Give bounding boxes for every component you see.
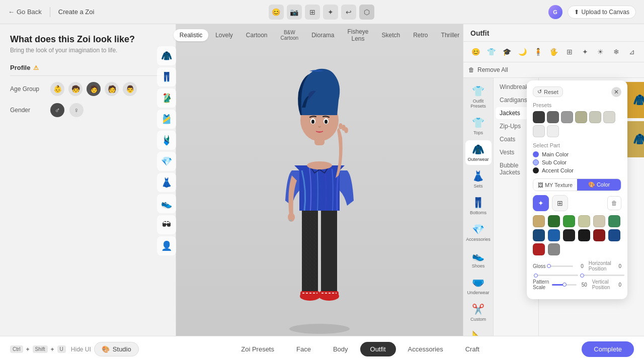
complete-button[interactable]: Complete bbox=[582, 341, 634, 357]
gender-male[interactable]: ♂ bbox=[50, 103, 64, 117]
swatch-12[interactable] bbox=[608, 229, 620, 241]
part-accent[interactable]: Accent Color bbox=[533, 167, 621, 173]
swatch-9[interactable] bbox=[563, 229, 575, 241]
preset-6[interactable] bbox=[603, 111, 615, 123]
tex-magic-btn[interactable]: ✦ bbox=[533, 195, 549, 211]
cat-tops[interactable]: 👕 Tops bbox=[465, 114, 492, 138]
gloss-thumb[interactable] bbox=[547, 264, 551, 268]
mini-item-3[interactable]: 🥻 bbox=[157, 88, 176, 108]
cat-underwear[interactable]: 🩲 Underwear bbox=[465, 274, 492, 298]
age-mid[interactable]: 🧑 bbox=[105, 82, 119, 96]
swatch-1[interactable] bbox=[533, 215, 545, 227]
tool-star-btn[interactable]: ✦ bbox=[323, 5, 338, 20]
cat-accessories[interactable]: 💎 Accessories bbox=[465, 220, 492, 245]
preset-2[interactable] bbox=[547, 111, 559, 123]
icon-body-btn[interactable]: 🧍 bbox=[531, 45, 545, 59]
swatch-2[interactable] bbox=[548, 215, 560, 227]
filter-retro[interactable]: Retro bbox=[407, 29, 434, 41]
filter-lovely[interactable]: Lovely bbox=[209, 29, 239, 41]
filter-cartoon[interactable]: Cartoon bbox=[240, 29, 274, 41]
age-baby[interactable]: 👶 bbox=[50, 82, 64, 96]
swatch-8[interactable] bbox=[548, 229, 560, 241]
age-adult[interactable]: 👨 bbox=[123, 82, 137, 96]
mini-item-5[interactable]: 🩱 bbox=[157, 131, 176, 150]
pattern-thumb[interactable] bbox=[562, 283, 567, 287]
horiz-track[interactable] bbox=[582, 275, 624, 276]
tool-undo-btn[interactable]: ↩ bbox=[341, 5, 356, 20]
filter-diorama[interactable]: Diorama bbox=[305, 29, 340, 41]
tool-hex-btn[interactable]: ⬡ bbox=[359, 5, 374, 20]
mini-item-1[interactable]: 🧥 bbox=[157, 46, 176, 65]
preset-1[interactable] bbox=[533, 111, 545, 123]
cat-sets[interactable]: 👗 Sets bbox=[465, 167, 492, 192]
mini-item-2[interactable]: 👖 bbox=[157, 67, 176, 86]
icon-hat-btn[interactable]: 🎓 bbox=[500, 45, 514, 59]
swatch-5[interactable] bbox=[593, 215, 605, 227]
icon-style-btn[interactable]: ✦ bbox=[578, 45, 592, 59]
filter-bw[interactable]: B&WCartoon bbox=[275, 27, 305, 43]
color-tab[interactable]: 🎨 Color bbox=[577, 179, 621, 191]
mini-item-10[interactable]: 👤 bbox=[157, 236, 176, 255]
mini-item-9[interactable]: 🕶 bbox=[157, 215, 176, 234]
age-child[interactable]: 🧒 bbox=[68, 82, 83, 96]
cat-clo[interactable]: 📐 CLO & MD bbox=[465, 327, 492, 337]
tab-zoi-presets[interactable]: Zoi Presets bbox=[231, 342, 284, 356]
icon-sun-btn[interactable]: ☀ bbox=[594, 45, 608, 59]
tab-body[interactable]: Body bbox=[323, 342, 358, 356]
preset-7[interactable] bbox=[533, 125, 545, 137]
swatch-4[interactable] bbox=[578, 215, 590, 227]
tool-camera-btn[interactable]: 📷 bbox=[287, 5, 302, 20]
icon-filter-btn[interactable]: ⊿ bbox=[625, 45, 639, 59]
tex-delete-btn[interactable]: 🗑 bbox=[607, 196, 621, 210]
filter-realistic[interactable]: Realistic bbox=[174, 29, 208, 41]
icon-category-btn[interactable]: ⊞ bbox=[562, 45, 577, 59]
swatch-14[interactable] bbox=[548, 243, 560, 255]
texture-tab[interactable]: 🖼 MY Texture bbox=[533, 179, 577, 191]
gloss-thumb-full[interactable] bbox=[534, 274, 538, 278]
part-main[interactable]: Main Color bbox=[533, 151, 621, 157]
icon-face-btn[interactable]: 😊 bbox=[468, 45, 482, 59]
icon-outfit-btn[interactable]: 👕 bbox=[484, 45, 498, 59]
tab-outfit[interactable]: Outfit bbox=[360, 342, 396, 356]
preset-3[interactable] bbox=[561, 111, 573, 123]
tool-grid-btn[interactable]: ⊞ bbox=[305, 5, 320, 20]
tex-grid-btn[interactable]: ⊞ bbox=[552, 195, 568, 211]
tab-craft[interactable]: Craft bbox=[455, 342, 490, 356]
swatch-7[interactable] bbox=[533, 229, 545, 241]
mini-item-7[interactable]: 👗 bbox=[157, 173, 176, 192]
icon-snowflake-btn[interactable]: ❄ bbox=[609, 45, 623, 59]
gender-female[interactable]: ♀ bbox=[69, 103, 84, 117]
mini-item-8[interactable]: 👟 bbox=[157, 194, 176, 213]
preset-8[interactable] bbox=[547, 125, 559, 137]
icon-moon-btn[interactable]: 🌙 bbox=[515, 45, 529, 59]
swatch-6[interactable] bbox=[608, 215, 620, 227]
tool-face-btn[interactable]: 😊 bbox=[269, 5, 284, 20]
age-young[interactable]: 🧑 bbox=[87, 82, 101, 96]
back-button[interactable]: ← Go Back bbox=[8, 8, 42, 16]
cat-bottoms[interactable]: 👖 Bottoms bbox=[465, 194, 492, 218]
preset-4[interactable] bbox=[575, 111, 587, 123]
studio-button[interactable]: 🎨 Studio bbox=[94, 342, 139, 356]
horiz-thumb[interactable] bbox=[580, 274, 584, 278]
reset-button[interactable]: ↺ Reset bbox=[533, 86, 563, 97]
close-color-panel-btn[interactable]: ✕ bbox=[611, 87, 621, 97]
cat-shoes[interactable]: 👟 Shoes bbox=[465, 247, 492, 272]
swatch-13[interactable] bbox=[533, 243, 545, 255]
filter-sketch[interactable]: Sketch bbox=[376, 29, 407, 41]
part-sub[interactable]: Sub Color bbox=[533, 159, 621, 165]
tab-face[interactable]: Face bbox=[286, 342, 321, 356]
cat-custom[interactable]: ✂️ Custom bbox=[465, 300, 492, 325]
filter-fisheye[interactable]: Fisheye Lens bbox=[341, 26, 374, 45]
gloss-track[interactable] bbox=[549, 265, 574, 267]
pattern-track[interactable] bbox=[552, 284, 577, 286]
cat-presets[interactable]: 👕 Outfit Presets bbox=[465, 82, 492, 112]
remove-all-row[interactable]: 🗑 Remove All bbox=[463, 62, 644, 78]
swatch-11[interactable] bbox=[593, 229, 605, 241]
swatch-10[interactable] bbox=[578, 229, 590, 241]
filter-thriller[interactable]: Thriller bbox=[435, 29, 466, 41]
gloss-track-full[interactable] bbox=[536, 275, 578, 276]
swatch-3[interactable] bbox=[563, 215, 575, 227]
preset-5[interactable] bbox=[589, 111, 601, 123]
tab-accessories[interactable]: Accessories bbox=[398, 342, 453, 356]
mini-item-4[interactable]: 🎽 bbox=[157, 110, 176, 129]
